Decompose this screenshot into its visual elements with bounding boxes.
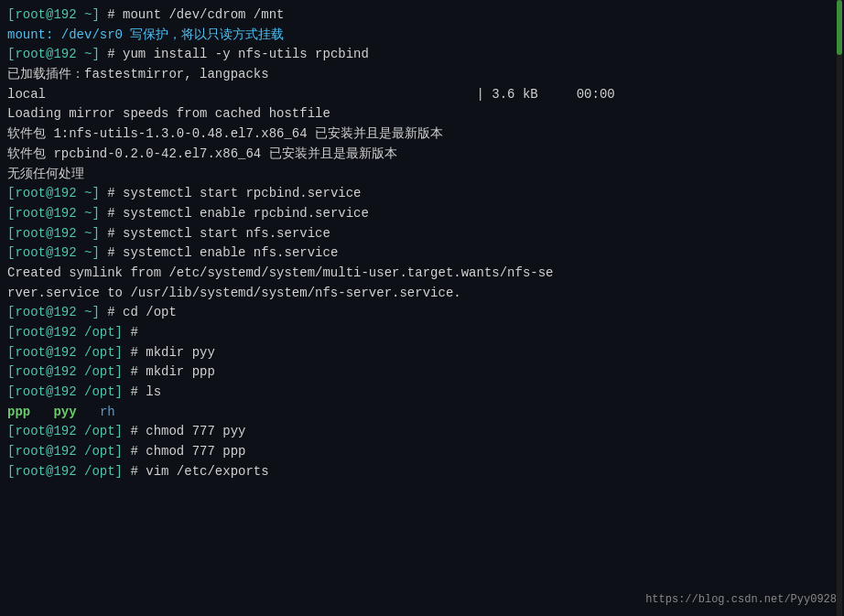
terminal-line: [root@192 /opt] # mkdir pyy <box>7 343 837 363</box>
terminal-line: [root@192 /opt] # <box>7 323 837 343</box>
scrollbar-thumb[interactable] <box>837 0 842 55</box>
terminal-line: 软件包 rpcbind-0.2.0-42.el7.x86_64 已安装并且是最新… <box>7 145 837 165</box>
prompt: [root@192 ~] <box>7 45 100 65</box>
terminal-line: [root@192 /opt] # ls <box>7 383 837 403</box>
terminal-line: [root@192 /opt] # mkdir ppp <box>7 362 837 383</box>
prompt: [root@192 ~] <box>7 184 100 204</box>
prompt: [root@192 /opt] <box>7 362 123 383</box>
prompt: [root@192 ~] <box>7 224 100 244</box>
prompt: [root@192 /opt] <box>7 323 123 343</box>
terminal-line: [root@192 /opt] # vim /etc/exports <box>7 462 837 482</box>
prompt: [root@192 /opt] <box>7 383 123 403</box>
terminal-line: Loading mirror speeds from cached hostfi… <box>7 104 837 124</box>
prompt: [root@192 /opt] <box>7 442 123 462</box>
prompt: [root@192 /opt] <box>7 343 123 363</box>
terminal-line: local | 3.6 kB 00:00 <box>7 85 837 105</box>
terminal: [root@192 ~] # mount /dev/cdrom /mnt mou… <box>0 0 844 616</box>
terminal-line: [root@192 ~] # yum install -y nfs-utils … <box>7 45 837 65</box>
terminal-line: [root@192 ~] # systemctl enable nfs.serv… <box>7 243 837 264</box>
prompt: [root@192 ~] <box>7 303 100 323</box>
prompt: [root@192 /opt] <box>7 462 123 482</box>
prompt: [root@192 ~] <box>7 204 100 224</box>
terminal-line: [root@192 ~] # mount /dev/cdrom /mnt <box>7 5 837 26</box>
scrollbar[interactable] <box>837 0 842 616</box>
prompt: [root@192 ~] <box>7 243 100 264</box>
terminal-line: ppp pyy rh <box>7 403 837 423</box>
prompt: [root@192 ~] <box>7 5 100 26</box>
terminal-line: rver.service to /usr/lib/systemd/system/… <box>7 284 837 304</box>
watermark: https://blog.csdn.net/Pyy0928 <box>645 591 837 609</box>
terminal-line: 无须任何处理 <box>7 165 837 185</box>
terminal-line: [root@192 ~] # systemctl enable rpcbind.… <box>7 204 837 224</box>
terminal-line: [root@192 /opt] # chmod 777 ppp <box>7 442 837 462</box>
terminal-line: mount: /dev/sr0 写保护，将以只读方式挂载 <box>7 26 837 46</box>
prompt: [root@192 /opt] <box>7 422 123 442</box>
terminal-line: [root@192 ~] # cd /opt <box>7 303 837 323</box>
terminal-line: [root@192 ~] # systemctl start rpcbind.s… <box>7 184 837 204</box>
terminal-line: 软件包 1:nfs-utils-1.3.0-0.48.el7.x86_64 已安… <box>7 124 837 145</box>
terminal-line: Created symlink from /etc/systemd/system… <box>7 264 837 284</box>
terminal-line: [root@192 ~] # systemctl start nfs.servi… <box>7 224 837 244</box>
terminal-line: [root@192 /opt] # chmod 777 pyy <box>7 422 837 442</box>
terminal-line: 已加载插件：fastestmirror, langpacks <box>7 65 837 85</box>
